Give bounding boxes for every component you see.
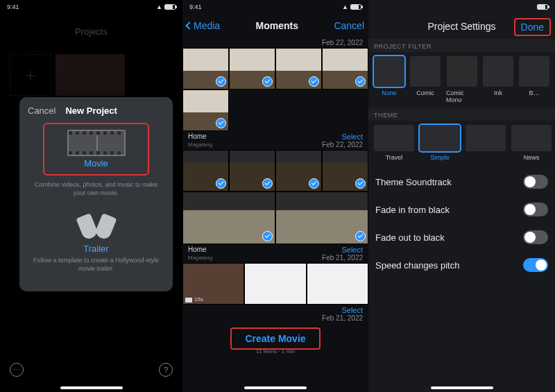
media-item[interactable]	[182, 191, 275, 244]
screen-project-settings: Project Settings Done PROJECT FILTER Non…	[368, 0, 555, 392]
home-indicator[interactable]	[431, 386, 493, 389]
toggle-fade-out[interactable]	[523, 230, 548, 244]
check-icon	[355, 76, 366, 87]
check-icon	[309, 76, 319, 87]
filter-scroller[interactable]: None Comic Comic Mono Ink B…	[368, 52, 555, 108]
media-item[interactable]: 15s	[182, 263, 244, 305]
section-date: Feb 22, 2022	[322, 141, 363, 148]
check-icon	[262, 231, 273, 241]
battery-icon	[350, 4, 361, 10]
media-item[interactable]	[275, 191, 368, 244]
wifi-icon: ▲	[156, 3, 162, 10]
movie-option[interactable]: Movie	[43, 123, 149, 176]
theme-travel[interactable]: Travel	[374, 125, 414, 161]
film-strip-icon	[67, 130, 126, 156]
media-item[interactable]	[307, 263, 368, 305]
more-button[interactable]: ⋯	[10, 363, 24, 377]
filter-comic[interactable]: Comic	[410, 56, 441, 103]
new-project-placeholder[interactable]: +	[10, 54, 51, 96]
help-button[interactable]: ?	[159, 363, 173, 377]
battery-icon	[537, 4, 548, 10]
theme-simple[interactable]: Simple	[420, 125, 460, 161]
sheet-title: New Project	[65, 105, 117, 116]
section-date: Feb 21, 2022	[322, 314, 363, 322]
create-movie-button[interactable]: Create Movie	[230, 327, 321, 350]
select-button[interactable]: Select	[341, 133, 363, 141]
theme-item[interactable]	[466, 125, 506, 161]
filter-label: PROJECT FILTER	[368, 39, 555, 52]
movie-desc: Combine videos, photos, and music to mak…	[32, 181, 160, 197]
media-item[interactable]	[275, 150, 322, 191]
chevron-left-icon	[185, 22, 193, 29]
toggle-soundtrack[interactable]	[523, 175, 548, 189]
filter-comic-mono[interactable]: Comic Mono	[446, 56, 477, 103]
trailer-label: Trailer	[83, 244, 108, 254]
status-time: 9:41	[7, 3, 19, 10]
cancel-button[interactable]: Cancel	[334, 20, 364, 31]
row-speed-pitch: Speed changes pitch	[368, 251, 555, 279]
row-theme-soundtrack: Theme Soundtrack	[368, 168, 555, 196]
media-item[interactable]	[229, 150, 275, 191]
section-date: Feb 21, 2022	[322, 254, 363, 262]
status-bar: 9:41 ▲	[0, 0, 182, 14]
section-date: Feb 22, 2022	[322, 39, 363, 46]
movie-label: Movie	[84, 158, 108, 169]
media-item[interactable]	[229, 48, 275, 90]
trailer-option[interactable]: Trailer Follow a template to create a Ho…	[28, 208, 164, 278]
media-item[interactable]	[244, 263, 306, 305]
cancel-button[interactable]: Cancel	[28, 105, 56, 116]
status-time: 9:41	[189, 3, 202, 10]
theme-news[interactable]: News	[511, 125, 552, 161]
filter-none[interactable]: None	[374, 56, 404, 103]
media-item[interactable]	[182, 150, 229, 191]
media-item[interactable]	[322, 150, 368, 191]
select-button[interactable]: Select	[341, 246, 363, 254]
row-fade-in: Fade in from black	[368, 196, 555, 223]
toggle-fade-in[interactable]	[523, 203, 548, 216]
project-thumbnail[interactable]	[56, 54, 125, 96]
create-movie-sub: 11 items · 1 min	[182, 348, 368, 355]
nav-title: Project Settings	[427, 21, 495, 32]
media-item[interactable]	[182, 90, 229, 131]
wifi-icon: ▲	[342, 3, 348, 10]
done-button[interactable]: Done	[514, 18, 551, 36]
screen-moments: 9:41 ▲ Media Moments Cancel Feb 22, 2022…	[182, 0, 368, 392]
settings-rows: Theme Soundtrack Fade in from black Fade…	[368, 165, 555, 282]
section-name: Home	[188, 246, 207, 253]
media-item[interactable]	[275, 48, 322, 90]
back-button[interactable]: Media	[187, 20, 220, 31]
theme-label: THEME	[368, 108, 555, 121]
trailer-desc: Follow a template to create a Hollywood-…	[32, 257, 160, 273]
check-icon	[355, 231, 366, 241]
status-bar: 9:41 ▲	[182, 0, 368, 14]
check-icon	[216, 76, 226, 87]
screen-new-project: 9:41 ▲ Projects + Cancel New Project Mov…	[0, 0, 182, 392]
projects-title: Projects	[0, 26, 182, 37]
status-bar	[368, 0, 555, 14]
home-indicator[interactable]	[60, 386, 123, 389]
check-icon	[216, 118, 226, 128]
battery-icon	[164, 4, 176, 10]
select-button[interactable]: Select	[341, 306, 363, 314]
video-icon	[185, 298, 192, 302]
check-icon	[355, 178, 366, 189]
check-icon	[309, 178, 319, 189]
home-indicator[interactable]	[244, 386, 307, 389]
nav-bar: Media Moments Cancel	[182, 14, 368, 37]
check-icon	[262, 76, 273, 87]
nav-title: Moments	[256, 20, 298, 31]
media-item[interactable]	[182, 48, 229, 90]
spotlight-icon	[76, 214, 117, 241]
toggle-speed-pitch[interactable]	[523, 258, 548, 272]
media-item[interactable]	[322, 48, 368, 90]
theme-scroller[interactable]: Travel Simple News	[368, 121, 555, 165]
section-sub: Magalang	[188, 142, 212, 148]
nav-bar: Project Settings Done	[368, 14, 555, 39]
section-sub: Magalang	[188, 255, 212, 261]
check-icon	[262, 178, 273, 189]
video-duration: 15s	[194, 296, 203, 302]
section-name: Home	[188, 133, 207, 140]
filter-more[interactable]: B…	[519, 56, 549, 103]
filter-ink[interactable]: Ink	[483, 56, 513, 103]
media-grid	[182, 48, 368, 131]
